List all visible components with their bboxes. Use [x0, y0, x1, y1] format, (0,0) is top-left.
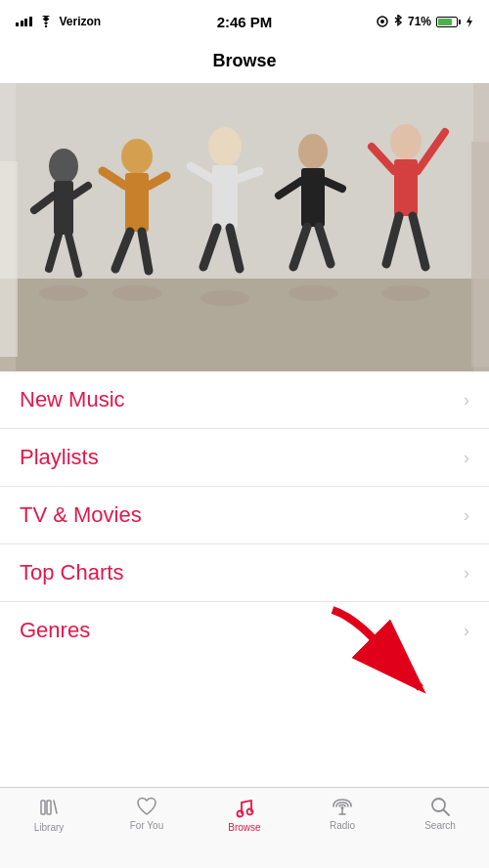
svg-line-52: [444, 810, 450, 816]
tab-search[interactable]: Search: [391, 796, 489, 831]
location-icon: [377, 16, 388, 27]
menu-item-new-music-label: New Music: [20, 387, 125, 412]
charging-icon: [466, 16, 473, 27]
tab-radio-label: Radio: [330, 820, 355, 831]
tab-radio[interactable]: Radio: [293, 796, 391, 831]
svg-point-2: [380, 20, 384, 23]
battery-percent: 71%: [408, 15, 431, 28]
chevron-right-icon: ›: [464, 448, 469, 468]
page-title: Browse: [0, 43, 489, 83]
svg-point-46: [238, 811, 244, 817]
menu-item-top-charts[interactable]: Top Charts ›: [0, 544, 489, 602]
heart-icon: [135, 796, 158, 817]
svg-point-32: [390, 124, 422, 159]
svg-rect-9: [54, 181, 73, 235]
svg-point-40: [200, 290, 249, 306]
chevron-right-icon: ›: [464, 390, 469, 411]
menu-item-tv-movies-label: TV & Movies: [20, 502, 142, 528]
music-note-icon: [234, 796, 255, 819]
svg-point-38: [39, 285, 88, 301]
chevron-right-icon: ›: [464, 621, 469, 641]
browse-menu-list: New Music › Playlists › TV & Movies › To…: [0, 371, 489, 659]
chevron-right-icon: ›: [464, 563, 469, 584]
svg-point-41: [289, 285, 337, 301]
menu-item-playlists[interactable]: Playlists ›: [0, 429, 489, 487]
svg-rect-15: [125, 173, 149, 232]
svg-rect-44: [41, 801, 45, 814]
signal-icon: [16, 17, 32, 26]
tab-bar: Library For You Browse Radio Sea: [0, 787, 489, 868]
svg-rect-33: [394, 159, 418, 216]
tab-browse-label: Browse: [228, 822, 260, 833]
search-icon: [429, 796, 451, 817]
status-left: Verizon: [16, 15, 101, 28]
svg-point-8: [49, 149, 78, 184]
bluetooth-icon: [393, 15, 403, 28]
menu-item-genres[interactable]: Genres ›: [0, 602, 489, 659]
status-right: 71%: [377, 15, 473, 28]
svg-rect-27: [301, 168, 325, 227]
svg-point-47: [247, 809, 253, 815]
tab-library-label: Library: [34, 822, 65, 833]
tab-browse[interactable]: Browse: [196, 796, 293, 833]
menu-item-tv-movies[interactable]: TV & Movies ›: [0, 487, 489, 544]
menu-item-new-music[interactable]: New Music ›: [0, 371, 489, 429]
tab-for-you-label: For You: [130, 820, 163, 831]
status-bar: Verizon 2:46 PM 71%: [0, 0, 489, 43]
svg-rect-45: [47, 801, 51, 814]
radio-icon: [330, 796, 355, 817]
tab-library[interactable]: Library: [0, 796, 98, 833]
library-icon: [37, 796, 61, 819]
hero-right-edge: [473, 83, 489, 371]
menu-item-playlists-label: Playlists: [20, 445, 99, 470]
svg-point-42: [381, 285, 430, 301]
svg-point-0: [44, 25, 46, 27]
svg-point-14: [121, 139, 153, 174]
menu-item-genres-label: Genres: [20, 618, 90, 643]
svg-point-39: [112, 285, 161, 301]
svg-point-26: [298, 134, 328, 169]
carrier-name: Verizon: [60, 15, 102, 28]
status-time: 2:46 PM: [217, 14, 273, 30]
chevron-right-icon: ›: [464, 505, 469, 526]
menu-item-top-charts-label: Top Charts: [20, 560, 123, 586]
main-content: New Music › Playlists › TV & Movies › To…: [0, 83, 489, 827]
hero-image: [0, 83, 489, 371]
tab-for-you[interactable]: For You: [98, 796, 196, 831]
svg-rect-21: [212, 165, 238, 229]
wifi-icon: [38, 16, 54, 27]
hero-banner[interactable]: [0, 83, 489, 371]
tab-search-label: Search: [424, 820, 456, 831]
battery-icon: [436, 17, 461, 27]
hero-left-edge: [0, 83, 16, 371]
svg-point-20: [208, 127, 242, 166]
